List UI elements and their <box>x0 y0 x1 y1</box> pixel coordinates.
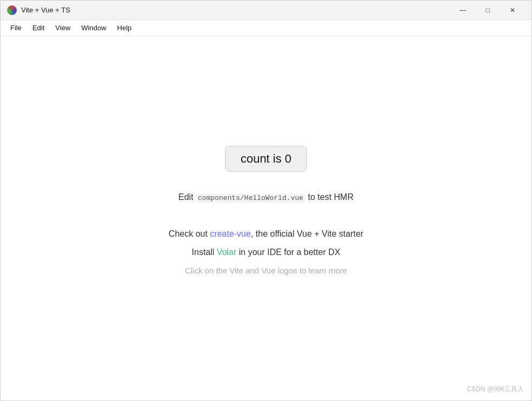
edit-hint-suffix: to test HMR <box>305 192 354 202</box>
volar-line: Install Volar in your IDE for a better D… <box>192 248 341 257</box>
menu-file[interactable]: File <box>5 22 27 34</box>
edit-hint-prefix: Edit <box>178 192 196 202</box>
maximize-button[interactable]: □ <box>475 1 500 20</box>
main-content: count is 0 Edit components/HelloWorld.vu… <box>1 36 531 400</box>
menu-edit[interactable]: Edit <box>27 22 50 34</box>
watermark: CSDN @996工具人 <box>467 385 524 394</box>
title-bar-left: Vite + Vue + TS <box>7 5 70 15</box>
menu-window[interactable]: Window <box>76 22 111 34</box>
menu-help[interactable]: Help <box>112 22 137 34</box>
title-bar: Vite + Vue + TS — □ ✕ <box>1 1 531 20</box>
logos-hint: Click on the Vite and Vue logos to learn… <box>185 266 347 275</box>
create-vue-line: Check out create-vue, the official Vue +… <box>169 229 363 239</box>
count-button[interactable]: count is 0 <box>225 146 307 172</box>
menu-view[interactable]: View <box>50 22 76 34</box>
create-vue-prefix: Check out <box>169 229 210 238</box>
close-button[interactable]: ✕ <box>500 1 525 20</box>
app-icon <box>7 5 17 15</box>
volar-prefix: Install <box>192 248 217 257</box>
create-vue-suffix: , the official Vue + Vite starter <box>251 229 363 238</box>
edit-hint-code: components/HelloWorld.vue <box>196 193 305 203</box>
volar-suffix: in your IDE for a better DX <box>236 248 340 257</box>
app-window: Vite + Vue + TS — □ ✕ File Edit View Win… <box>0 0 532 401</box>
title-bar-title: Vite + Vue + TS <box>21 6 70 14</box>
edit-hint: Edit components/HelloWorld.vue to test H… <box>178 192 354 202</box>
volar-link[interactable]: Volar <box>217 248 236 257</box>
menu-bar: File Edit View Window Help <box>1 20 531 36</box>
minimize-button[interactable]: — <box>450 1 475 20</box>
links-section: Check out create-vue, the official Vue +… <box>169 229 363 275</box>
create-vue-link[interactable]: create-vue <box>210 229 251 238</box>
title-bar-controls: — □ ✕ <box>450 1 525 20</box>
